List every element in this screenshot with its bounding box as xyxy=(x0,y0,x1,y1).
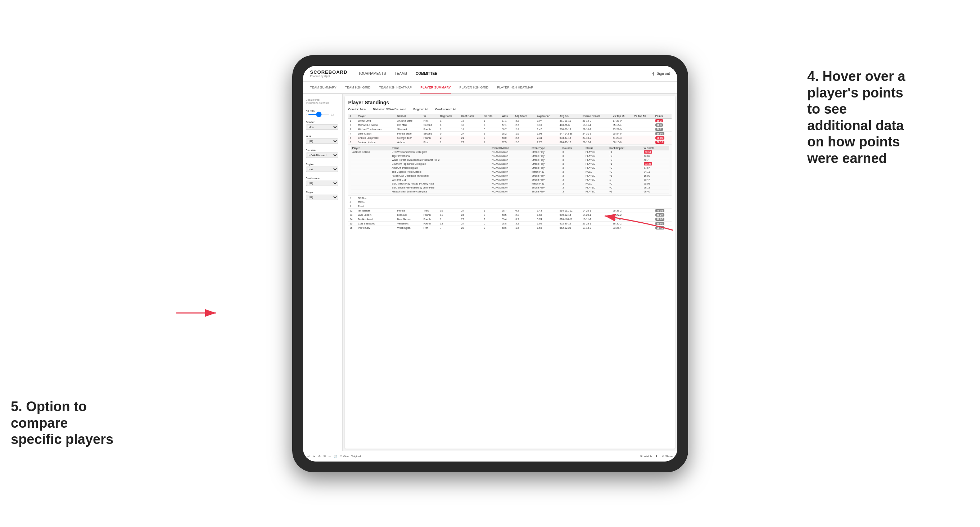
clock-button[interactable]: 🕐 xyxy=(334,455,337,458)
player-select[interactable]: (All) xyxy=(306,195,338,200)
year-section: Year (All) xyxy=(306,135,339,144)
table-area: Player Standings Gender: Men Division: N… xyxy=(345,96,675,449)
view-original-button[interactable]: □ View: Original xyxy=(340,455,361,458)
view-icon: □ xyxy=(340,455,342,458)
year-select[interactable]: (All) xyxy=(306,138,338,144)
sub-table-row: SEC Stroke Play hosted by Jerry Pate NCA… xyxy=(351,186,669,190)
sub-nav-player-h2h-heatmap[interactable]: PLAYER H2H HEATMAP xyxy=(497,82,533,94)
sub-navbar: TEAM SUMMARY TEAM H2H GRID TEAM H2H HEAT… xyxy=(303,82,677,94)
sidebar: Update time: 27/01/2024 16:56:26 No Rds.… xyxy=(303,94,343,451)
gender-select[interactable]: Men xyxy=(306,124,338,130)
table-title: Player Standings xyxy=(348,100,671,105)
eye-icon: 👁 xyxy=(640,455,643,458)
sub-table-row: Mirasol Maui Jim Intercollegiate NCAA Di… xyxy=(351,190,669,194)
sub-col-rank-impact: Rank Impact xyxy=(608,146,643,150)
col-no-rds: No Rds. xyxy=(482,114,500,119)
nav-teams[interactable]: TEAMS xyxy=(395,71,407,76)
col-avg-topar: Avg to-Par xyxy=(536,114,558,119)
sub-nav-player-summary[interactable]: PLAYER SUMMARY xyxy=(420,82,450,94)
table-row[interactable]: 2 Michael La Sasso Ole Miss Second 1 18 … xyxy=(348,123,671,127)
download-button[interactable]: ⬇ xyxy=(655,455,658,458)
sign-out-button[interactable]: Sign out xyxy=(657,71,670,76)
sub-col-status: Status xyxy=(584,146,608,150)
table-row[interactable]: 8 Mats... xyxy=(348,200,671,204)
col-wins: Wins xyxy=(500,114,513,119)
nav-committee[interactable]: COMMITTEE xyxy=(416,71,437,76)
table-row[interactable]: 3 Michael Thorbjornsen Stanford Fourth 1… xyxy=(348,127,671,131)
dots-button[interactable]: ··· xyxy=(329,455,331,458)
no-rds-section: No Rds. 4 52 xyxy=(306,110,339,116)
nav-tournaments[interactable]: TOURNAMENTS xyxy=(358,71,386,76)
navbar: SCOREBOARD Powered by clippi TOURNAMENTS… xyxy=(303,66,677,82)
sub-col-event-division: Event Division xyxy=(490,146,530,150)
sub-col-player: Player xyxy=(351,146,391,150)
table-row[interactable]: 23 Jack Lundin Missouri Fourth 11 24 0 6… xyxy=(348,213,671,217)
col-rank: # xyxy=(348,114,357,119)
table-row[interactable]: 1 Wenyi Ding Arizona State First 1 15 1 … xyxy=(348,118,671,123)
share-button[interactable]: ↗ Share xyxy=(662,455,673,458)
redo-button[interactable]: ↪ xyxy=(313,455,315,458)
col-school: School xyxy=(396,114,422,119)
sub-nav-team-h2h-grid[interactable]: TEAM H2H GRID xyxy=(345,82,371,94)
main-content: Update time: 27/01/2024 16:56:26 No Rds.… xyxy=(303,94,677,451)
col-overall: Overall Record xyxy=(581,114,611,119)
filter-gender: Gender: Men xyxy=(348,108,366,111)
conference-select[interactable]: (All) xyxy=(306,181,338,186)
navbar-right: ·| Sign out xyxy=(652,71,670,76)
toolbar-right: 👁 Watch ⬇ ↗ Share xyxy=(640,455,673,458)
table-row[interactable]: 4 Luke Claton Florida State Second 5 27 … xyxy=(348,131,671,136)
region-section: Region N/A xyxy=(306,163,339,172)
table-row[interactable]: 26 Petr Hruby Washington Fifth 7 23 0 68… xyxy=(348,225,671,230)
no-rds-range: 4 52 xyxy=(306,113,339,116)
col-player: Player xyxy=(356,114,396,119)
watch-button[interactable]: 👁 Watch xyxy=(640,455,652,458)
sub-table-row: The Cypress Point Classic NCAA Division … xyxy=(351,170,669,174)
conference-label: Conference xyxy=(306,177,339,179)
callout-4: 4. Hover over aplayer's pointsto seeaddi… xyxy=(807,68,966,167)
expanded-events-row: Player Event Event Division Event Type R… xyxy=(348,144,671,195)
table-filters: Gender: Men Division: NCAA Division I Re… xyxy=(348,108,671,111)
sub-col-event: Event xyxy=(391,146,491,150)
table-row[interactable]: 25 Cole Sherwood Vanderbilt Fourth 12 24… xyxy=(348,221,671,225)
undo-button[interactable]: ↩ xyxy=(307,455,310,458)
gender-label: Gender xyxy=(306,121,339,124)
sub-nav-team-h2h-heatmap[interactable]: TEAM H2H HEATMAP xyxy=(379,82,412,94)
table-row[interactable]: 9 Prest... xyxy=(348,204,671,208)
table-row[interactable]: 7 Nicho... xyxy=(348,195,671,200)
table-row[interactable]: 5 Christo Lamprecht Georgia Tech Fourth … xyxy=(348,136,671,140)
col-reg-rank: Reg Rank xyxy=(439,114,460,119)
sub-table-row: SEC Match Play hosted by Jerry Pate NCAA… xyxy=(351,182,669,186)
col-avg-sg: Avg SG xyxy=(558,114,581,119)
view-label: View: Original xyxy=(343,455,361,458)
col-conf-rank: Conf Rank xyxy=(460,114,482,119)
logo-area: SCOREBOARD Powered by clippi xyxy=(310,70,348,77)
col-yr: Yr xyxy=(422,114,439,119)
table-header-row: # Player School Yr Reg Rank Conf Rank No… xyxy=(348,114,671,119)
division-select[interactable]: NCAA Division I xyxy=(306,152,338,158)
sub-nav-team-summary[interactable]: TEAM SUMMARY xyxy=(310,82,337,94)
table-row[interactable]: 22 Ian Gilligan Florida Third 10 24 1 68… xyxy=(348,208,671,213)
callout-5: 5. Option tocomparespecific players xyxy=(11,398,126,448)
bottom-toolbar: ↩ ↪ ⚙ ⧉ ··· 🕐 □ View: Original 👁 Watch xyxy=(303,451,677,462)
update-time: 27/01/2024 16:56:26 xyxy=(306,102,339,105)
logo-title: SCOREBOARD xyxy=(310,70,348,75)
table-row-jackson[interactable]: 6 Jackson Kolson Auburn First 2 27 1 87.… xyxy=(348,140,671,144)
no-rds-slider[interactable] xyxy=(308,114,330,115)
sub-table-header: Player Event Event Division Event Type R… xyxy=(351,146,669,150)
player-label: Player xyxy=(306,191,339,194)
sub-events-table: Player Event Event Division Event Type R… xyxy=(351,146,669,194)
region-select[interactable]: N/A xyxy=(306,167,338,172)
filter-button[interactable]: ⚙ xyxy=(318,455,321,458)
player-section: Player (All) xyxy=(306,191,339,200)
sub-table-row: Fallen Oak Collegiate Invitational NCAA … xyxy=(351,174,669,178)
table-row[interactable]: 24 Bastien Amat New Mexico Fourth 1 27 2… xyxy=(348,217,671,221)
sub-nav-player-h2h-grid[interactable]: PLAYER H2H GRID xyxy=(460,82,488,94)
no-rds-max: 52 xyxy=(331,113,334,116)
division-section: Division NCAA Division I xyxy=(306,149,339,158)
nav-links: TOURNAMENTS TEAMS COMMITTEE xyxy=(358,71,437,76)
conference-section: Conference (All) xyxy=(306,177,339,186)
sub-table-row: Tiger Invitational NCAA Division I Strok… xyxy=(351,154,669,158)
year-label: Year xyxy=(306,135,339,137)
filter-division: Division: NCAA Division I xyxy=(373,108,406,111)
copy-button[interactable]: ⧉ xyxy=(323,454,326,458)
